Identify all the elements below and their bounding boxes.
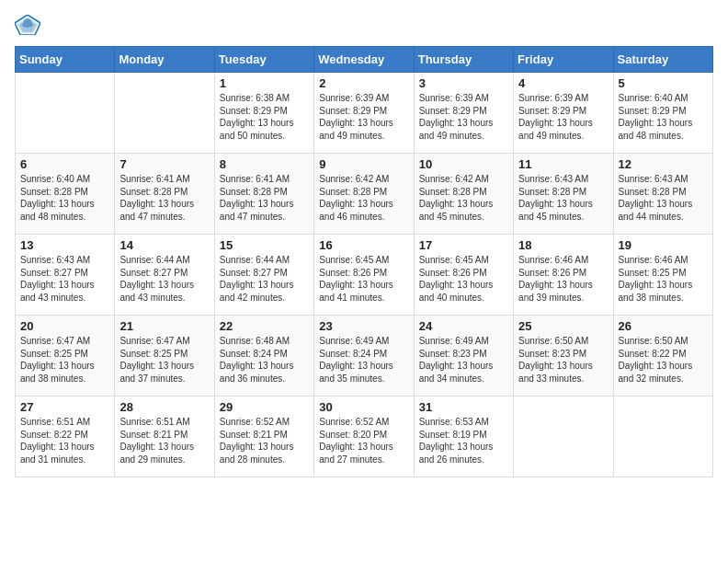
day-info: Sunrise: 6:44 AM Sunset: 8:27 PM Dayligh… [119, 254, 209, 304]
day-info: Sunrise: 6:51 AM Sunset: 8:21 PM Dayligh… [119, 416, 209, 465]
day-number: 25 [518, 319, 608, 333]
calendar-cell [514, 396, 613, 477]
page-header [15, 15, 713, 35]
calendar-cell: 28Sunrise: 6:51 AM Sunset: 8:21 PM Dayli… [115, 396, 214, 477]
calendar-week-row: 13Sunrise: 6:43 AM Sunset: 8:27 PM Dayli… [16, 235, 713, 316]
calendar-week-row: 20Sunrise: 6:47 AM Sunset: 8:25 PM Dayli… [16, 316, 713, 396]
calendar-cell: 20Sunrise: 6:47 AM Sunset: 8:25 PM Dayli… [16, 316, 115, 396]
day-number: 7 [119, 157, 209, 171]
day-number: 29 [220, 400, 309, 414]
day-info: Sunrise: 6:45 AM Sunset: 8:26 PM Dayligh… [319, 254, 408, 304]
day-number: 28 [119, 400, 209, 414]
day-info: Sunrise: 6:39 AM Sunset: 8:29 PM Dayligh… [319, 92, 408, 142]
calendar-cell: 12Sunrise: 6:43 AM Sunset: 8:28 PM Dayli… [613, 154, 712, 235]
day-info: Sunrise: 6:42 AM Sunset: 8:28 PM Dayligh… [419, 173, 508, 223]
calendar-cell: 31Sunrise: 6:53 AM Sunset: 8:19 PM Dayli… [414, 396, 513, 477]
day-number: 17 [419, 238, 508, 252]
day-number: 11 [518, 157, 608, 171]
day-info: Sunrise: 6:46 AM Sunset: 8:25 PM Dayligh… [619, 254, 708, 304]
day-info: Sunrise: 6:47 AM Sunset: 8:25 PM Dayligh… [20, 335, 109, 385]
calendar-cell: 13Sunrise: 6:43 AM Sunset: 8:27 PM Dayli… [16, 235, 115, 316]
calendar-week-row: 1Sunrise: 6:38 AM Sunset: 8:29 PM Daylig… [16, 73, 713, 154]
day-number: 18 [518, 238, 608, 252]
day-number: 20 [20, 319, 109, 333]
weekday-header-saturday: Saturday [613, 47, 712, 73]
calendar-cell: 30Sunrise: 6:52 AM Sunset: 8:20 PM Dayli… [314, 396, 414, 477]
day-number: 24 [419, 319, 508, 333]
day-number: 31 [419, 400, 508, 414]
calendar-cell: 2Sunrise: 6:39 AM Sunset: 8:29 PM Daylig… [314, 73, 414, 154]
calendar-week-row: 6Sunrise: 6:40 AM Sunset: 8:28 PM Daylig… [16, 154, 713, 235]
weekday-header-tuesday: Tuesday [214, 47, 313, 73]
calendar-cell: 7Sunrise: 6:41 AM Sunset: 8:28 PM Daylig… [115, 154, 214, 235]
day-number: 10 [419, 157, 508, 171]
calendar-cell: 22Sunrise: 6:48 AM Sunset: 8:24 PM Dayli… [214, 316, 313, 396]
day-number: 21 [119, 319, 209, 333]
calendar-cell: 15Sunrise: 6:44 AM Sunset: 8:27 PM Dayli… [214, 235, 313, 316]
calendar-cell: 8Sunrise: 6:41 AM Sunset: 8:28 PM Daylig… [214, 154, 313, 235]
day-number: 2 [319, 76, 408, 90]
calendar-cell: 10Sunrise: 6:42 AM Sunset: 8:28 PM Dayli… [414, 154, 513, 235]
day-number: 15 [220, 238, 309, 252]
day-number: 14 [119, 238, 209, 252]
calendar-cell: 1Sunrise: 6:38 AM Sunset: 8:29 PM Daylig… [214, 73, 313, 154]
day-number: 8 [220, 157, 309, 171]
calendar-cell: 23Sunrise: 6:49 AM Sunset: 8:24 PM Dayli… [314, 316, 414, 396]
day-number: 9 [319, 157, 408, 171]
day-info: Sunrise: 6:41 AM Sunset: 8:28 PM Dayligh… [220, 173, 309, 223]
day-info: Sunrise: 6:40 AM Sunset: 8:28 PM Dayligh… [20, 173, 109, 223]
day-number: 19 [619, 238, 708, 252]
day-info: Sunrise: 6:45 AM Sunset: 8:26 PM Dayligh… [419, 254, 508, 304]
day-info: Sunrise: 6:41 AM Sunset: 8:28 PM Dayligh… [119, 173, 209, 223]
day-info: Sunrise: 6:40 AM Sunset: 8:29 PM Dayligh… [619, 92, 708, 142]
day-info: Sunrise: 6:43 AM Sunset: 8:28 PM Dayligh… [619, 173, 708, 223]
day-info: Sunrise: 6:49 AM Sunset: 8:23 PM Dayligh… [419, 335, 508, 385]
day-number: 3 [419, 76, 508, 90]
day-info: Sunrise: 6:42 AM Sunset: 8:28 PM Dayligh… [319, 173, 408, 223]
day-info: Sunrise: 6:49 AM Sunset: 8:24 PM Dayligh… [319, 335, 408, 385]
day-number: 26 [619, 319, 708, 333]
day-info: Sunrise: 6:52 AM Sunset: 8:21 PM Dayligh… [220, 416, 309, 465]
day-info: Sunrise: 6:39 AM Sunset: 8:29 PM Dayligh… [419, 92, 508, 142]
calendar-week-row: 27Sunrise: 6:51 AM Sunset: 8:22 PM Dayli… [16, 396, 713, 477]
weekday-header-thursday: Thursday [414, 47, 513, 73]
day-number: 5 [619, 76, 708, 90]
day-info: Sunrise: 6:44 AM Sunset: 8:27 PM Dayligh… [220, 254, 309, 304]
day-info: Sunrise: 6:48 AM Sunset: 8:24 PM Dayligh… [220, 335, 309, 385]
calendar-cell: 25Sunrise: 6:50 AM Sunset: 8:23 PM Dayli… [514, 316, 613, 396]
calendar-header-row: SundayMondayTuesdayWednesdayThursdayFrid… [16, 47, 713, 73]
calendar-cell: 3Sunrise: 6:39 AM Sunset: 8:29 PM Daylig… [414, 73, 513, 154]
calendar-table: SundayMondayTuesdayWednesdayThursdayFrid… [15, 46, 713, 477]
calendar-cell: 4Sunrise: 6:39 AM Sunset: 8:29 PM Daylig… [514, 73, 613, 154]
day-info: Sunrise: 6:50 AM Sunset: 8:23 PM Dayligh… [518, 335, 608, 385]
calendar-cell [115, 73, 214, 154]
day-info: Sunrise: 6:39 AM Sunset: 8:29 PM Dayligh… [518, 92, 608, 142]
day-number: 6 [20, 157, 109, 171]
calendar-cell: 17Sunrise: 6:45 AM Sunset: 8:26 PM Dayli… [414, 235, 513, 316]
day-info: Sunrise: 6:43 AM Sunset: 8:27 PM Dayligh… [20, 254, 109, 304]
calendar-cell: 14Sunrise: 6:44 AM Sunset: 8:27 PM Dayli… [115, 235, 214, 316]
calendar-cell: 21Sunrise: 6:47 AM Sunset: 8:25 PM Dayli… [115, 316, 214, 396]
calendar-cell: 6Sunrise: 6:40 AM Sunset: 8:28 PM Daylig… [16, 154, 115, 235]
day-number: 22 [220, 319, 309, 333]
logo [15, 15, 44, 35]
day-number: 27 [20, 400, 109, 414]
day-info: Sunrise: 6:47 AM Sunset: 8:25 PM Dayligh… [119, 335, 209, 385]
day-number: 30 [319, 400, 408, 414]
calendar-cell: 29Sunrise: 6:52 AM Sunset: 8:21 PM Dayli… [214, 396, 313, 477]
calendar-cell: 9Sunrise: 6:42 AM Sunset: 8:28 PM Daylig… [314, 154, 414, 235]
day-number: 4 [518, 76, 608, 90]
day-info: Sunrise: 6:43 AM Sunset: 8:28 PM Dayligh… [518, 173, 608, 223]
logo-icon [15, 15, 40, 35]
day-info: Sunrise: 6:53 AM Sunset: 8:19 PM Dayligh… [419, 416, 508, 465]
calendar-cell: 19Sunrise: 6:46 AM Sunset: 8:25 PM Dayli… [613, 235, 712, 316]
day-number: 1 [220, 76, 309, 90]
weekday-header-friday: Friday [514, 47, 613, 73]
calendar-cell: 16Sunrise: 6:45 AM Sunset: 8:26 PM Dayli… [314, 235, 414, 316]
weekday-header-sunday: Sunday [16, 47, 115, 73]
weekday-header-wednesday: Wednesday [314, 47, 414, 73]
day-info: Sunrise: 6:52 AM Sunset: 8:20 PM Dayligh… [319, 416, 408, 465]
day-info: Sunrise: 6:38 AM Sunset: 8:29 PM Dayligh… [220, 92, 309, 142]
day-info: Sunrise: 6:50 AM Sunset: 8:22 PM Dayligh… [619, 335, 708, 385]
calendar-cell: 18Sunrise: 6:46 AM Sunset: 8:26 PM Dayli… [514, 235, 613, 316]
